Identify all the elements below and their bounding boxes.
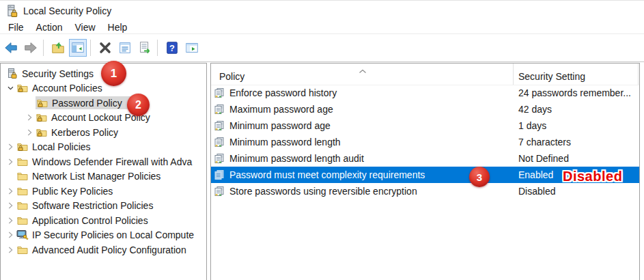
policy-name: Maximum password age — [229, 104, 333, 115]
folder-icon — [16, 200, 29, 212]
list-header: Policy Security Setting — [211, 64, 639, 85]
forward-icon[interactable] — [22, 39, 40, 57]
tree-item-label: Kerberos Policy — [51, 127, 118, 138]
chevron-right-icon[interactable] — [4, 244, 16, 255]
menu-file[interactable]: File — [8, 22, 24, 33]
folder-lock-icon — [16, 141, 29, 153]
chevron-right-icon[interactable] — [4, 200, 16, 211]
delete-icon[interactable] — [96, 39, 114, 57]
tree-item-label: Local Policies — [32, 141, 91, 152]
local-security-policy-window: Local Security Policy File Action View H… — [0, 0, 644, 280]
tree-item-label: Public Key Policies — [32, 186, 113, 197]
step-badge-1: 1 — [101, 61, 126, 86]
toolbar-separator — [90, 40, 91, 56]
chevron-right-icon[interactable] — [4, 141, 16, 152]
column-header-security-setting[interactable]: Security Setting — [518, 71, 585, 82]
toolbar-separator — [157, 40, 158, 56]
tree-item-windows-defender-firewall[interactable]: Windows Defender Firewall with Adva — [1, 154, 206, 169]
help-icon[interactable]: ? — [163, 39, 181, 57]
policy-setting: Disabled — [518, 186, 555, 197]
chevron-right-icon[interactable] — [23, 112, 36, 123]
policy-setting: Not Defined — [518, 153, 569, 164]
policy-icon — [214, 153, 227, 165]
chevron-right-icon[interactable] — [4, 186, 16, 197]
tree-item-account-lockout-policy[interactable]: Account Lockout Policy — [1, 111, 206, 126]
folder-icon — [16, 214, 29, 226]
tree-item-ip-security-policies[interactable]: IP Security Policies on Local Compute — [1, 228, 206, 243]
tree-item-label: Windows Defender Firewall with Adva — [32, 156, 192, 167]
folder-lock-icon — [16, 83, 29, 94]
policy-icon — [214, 87, 227, 99]
tree-item-public-key-policies[interactable]: Public Key Policies — [1, 184, 206, 199]
list-row-minimum-password-length[interactable]: Minimum password length 7 characters — [211, 134, 639, 150]
policy-name: Store passwords using reversible encrypt… — [229, 186, 417, 197]
security-console-icon — [5, 4, 19, 18]
tree-item-advanced-audit-policy[interactable]: Advanced Audit Policy Configuration — [1, 242, 206, 257]
tree-item-label: Software Restriction Policies — [32, 200, 153, 211]
step-badge-2: 2 — [127, 94, 150, 116]
list-row-minimum-password-length-audit[interactable]: Minimum password length audit Not Define… — [211, 150, 639, 167]
column-divider[interactable] — [638, 64, 639, 85]
show-console-tree-icon[interactable] — [69, 39, 87, 57]
policy-icon — [214, 104, 227, 115]
policy-name: Minimum password length — [229, 137, 341, 148]
policy-icon — [214, 186, 227, 197]
tree-item-local-policies[interactable]: Local Policies — [1, 140, 206, 155]
tree-item-label: Advanced Audit Policy Configuration — [32, 244, 186, 255]
policy-name: Enforce password history — [229, 87, 337, 98]
svg-text:?: ? — [169, 43, 175, 53]
tree-item-label: Password Policy — [52, 98, 122, 109]
tree-item-label: Network List Manager Policies — [32, 171, 160, 182]
security-settings-icon — [6, 68, 19, 79]
policy-setting: 1 days — [518, 120, 546, 131]
policy-name: Minimum password length audit — [229, 153, 364, 164]
export-list-icon[interactable] — [136, 39, 154, 57]
list-row-minimum-password-age[interactable]: Minimum password age 1 days — [211, 117, 639, 134]
properties-icon[interactable] — [116, 39, 134, 57]
folder-icon — [16, 156, 29, 167]
toolbar-separator — [43, 40, 44, 56]
sort-ascending-icon — [359, 65, 367, 76]
column-header-policy[interactable]: Policy — [219, 71, 244, 82]
chevron-right-icon[interactable] — [23, 127, 36, 138]
folder-lock-icon — [36, 97, 49, 109]
toolbar: ? — [0, 34, 644, 62]
folder-lock-icon — [36, 126, 48, 138]
column-divider[interactable] — [513, 64, 514, 85]
tree-item-account-policies[interactable]: Account Policies — [1, 81, 206, 96]
menu-help[interactable]: Help — [108, 22, 128, 33]
list-row-store-passwords-reversible[interactable]: Store passwords using reversible encrypt… — [211, 183, 639, 199]
tree-item-label: Security Settings — [22, 68, 94, 79]
list-row-maximum-password-age[interactable]: Maximum password age 42 days — [211, 101, 639, 117]
chevron-placeholder — [4, 171, 16, 182]
back-icon[interactable] — [2, 39, 20, 57]
tree-item-software-restriction[interactable]: Software Restriction Policies — [1, 199, 206, 214]
policy-name: Password must meet complexity requiremen… — [229, 169, 425, 180]
policy-setting: 42 days — [518, 104, 552, 115]
tree-item-label: IP Security Policies on Local Compute — [32, 229, 194, 240]
tree-item-kerberos-policy[interactable]: Kerberos Policy — [1, 125, 206, 140]
policy-setting: 24 passwords remember... — [518, 87, 631, 98]
policy-icon — [214, 169, 227, 181]
chevron-right-icon[interactable] — [4, 229, 16, 240]
tree-item-network-list-manager[interactable]: Network List Manager Policies — [1, 169, 206, 184]
policy-name: Minimum password age — [229, 120, 331, 131]
up-one-level-icon[interactable] — [49, 39, 67, 57]
chevron-placeholder — [23, 98, 36, 109]
title-bar: Local Security Policy — [0, 1, 644, 20]
menu-action[interactable]: Action — [36, 22, 63, 33]
tree-item-label: Application Control Policies — [32, 215, 148, 226]
tree-item-application-control[interactable]: Application Control Policies — [1, 213, 206, 228]
tree-item-password-policy[interactable]: Password Policy — [1, 96, 206, 111]
chevron-right-icon[interactable] — [4, 156, 16, 167]
chevron-down-icon[interactable] — [4, 83, 16, 94]
folder-icon — [16, 185, 29, 197]
list-row-enforce-password-history[interactable]: Enforce password history 24 passwords re… — [211, 85, 639, 101]
chevron-right-icon[interactable] — [4, 215, 16, 226]
policy-icon — [214, 137, 227, 148]
step-badge-3: 3 — [469, 167, 490, 187]
menu-view[interactable]: View — [74, 22, 95, 33]
tree-selection-highlight[interactable]: Password Policy — [36, 96, 132, 109]
policy-icon — [214, 120, 227, 132]
show-action-pane-icon[interactable] — [183, 39, 201, 57]
